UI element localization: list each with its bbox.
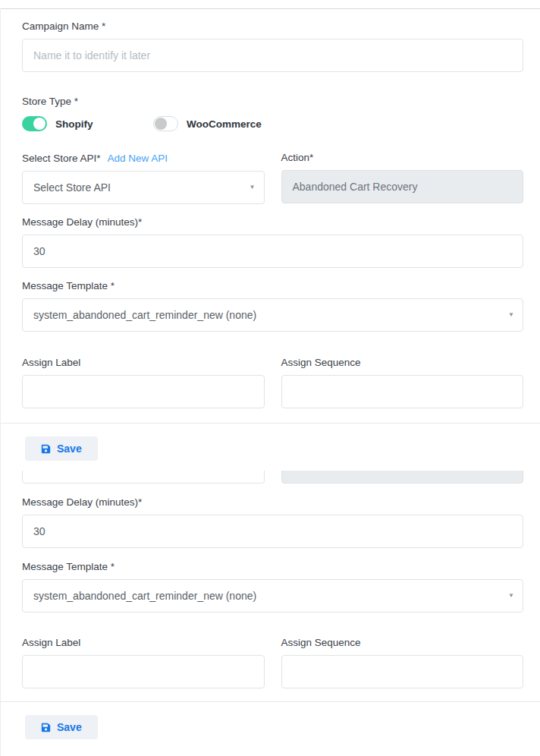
- store-api-label: Select Store API*: [22, 153, 101, 164]
- store-api-select[interactable]: Select Store API ▼: [22, 171, 265, 204]
- campaign-form-card: Campaign Name * Store Type * Shopify Woo…: [0, 8, 540, 756]
- message-delay-group-2: Message Delay (minutes)*: [22, 497, 523, 548]
- assign-sequence-label: Assign Sequence: [281, 358, 524, 368]
- action-disabled-input-2: [281, 471, 524, 484]
- save-icon: [41, 444, 51, 454]
- campaign-form-1: Campaign Name * Store Type * Shopify Woo…: [1, 9, 540, 408]
- store-api-col: Select Store API* Add New API Select Sto…: [22, 153, 265, 204]
- store-api-selected-value: Select Store API: [33, 181, 111, 194]
- assign-row: Assign Label Assign Sequence: [22, 358, 523, 408]
- store-type-label: Store Type *: [22, 96, 523, 107]
- message-delay-input-2[interactable]: [22, 515, 523, 548]
- chevron-down-icon: ▼: [508, 312, 514, 318]
- message-template-select-2[interactable]: system_abandoned_cart_reminder_new (none…: [22, 579, 523, 613]
- assign-row-2: Assign Label Assign Sequence: [22, 638, 523, 688]
- action-label: Action*: [281, 153, 524, 163]
- chevron-down-icon: ▼: [508, 593, 514, 599]
- assign-label-label: Assign Label: [22, 358, 265, 368]
- save-button-label-2: Save: [57, 721, 82, 733]
- message-delay-label: Message Delay (minutes)*: [22, 217, 523, 228]
- message-template-group: Message Template * system_abandoned_cart…: [22, 281, 523, 332]
- save-icon: [41, 723, 51, 732]
- store-type-group: Store Type * Shopify WooCommerce: [22, 96, 523, 131]
- action-disabled-input: Abandoned Cart Recovery: [281, 170, 524, 203]
- chevron-down-icon: ▼: [250, 184, 256, 191]
- assign-label-col: Assign Label: [22, 358, 265, 408]
- message-template-selected-value-2: system_abandoned_cart_reminder_new (none…: [33, 590, 256, 602]
- campaign-name-group: Campaign Name *: [22, 21, 523, 72]
- assign-label-input[interactable]: [22, 375, 265, 408]
- assign-sequence-label-2: Assign Sequence: [281, 638, 524, 648]
- save-button-2[interactable]: Save: [25, 715, 98, 739]
- woocommerce-toggle[interactable]: [153, 116, 178, 131]
- campaign-form-2: Message Delay (minutes)* Message Templat…: [1, 497, 540, 688]
- shopify-toggle-wrap: Shopify: [22, 116, 153, 131]
- assign-sequence-col: Assign Sequence: [281, 358, 524, 408]
- form-1-footer: Save: [1, 423, 540, 461]
- add-new-api-link[interactable]: Add New API: [108, 153, 168, 164]
- message-template-label-2: Message Template *: [22, 562, 523, 572]
- message-template-selected-value: system_abandoned_cart_reminder_new (none…: [33, 309, 256, 321]
- clipped-fields-row: ▼: [22, 471, 523, 484]
- shopify-toggle-label: Shopify: [55, 118, 93, 130]
- assign-label-input-2[interactable]: [22, 655, 265, 688]
- action-col: Action* Abandoned Cart Recovery: [281, 153, 524, 204]
- store-type-toggles: Shopify WooCommerce: [22, 116, 523, 131]
- save-button[interactable]: Save: [25, 436, 98, 461]
- assign-sequence-input-2[interactable]: [281, 655, 524, 688]
- assign-label-label-2: Assign Label: [22, 638, 265, 648]
- message-delay-group: Message Delay (minutes)*: [22, 217, 523, 268]
- assign-sequence-input[interactable]: [281, 375, 524, 408]
- store-api-col-2: ▼: [22, 471, 265, 484]
- woocommerce-toggle-wrap: WooCommerce: [153, 116, 262, 131]
- woocommerce-toggle-label: WooCommerce: [187, 118, 262, 130]
- shopify-toggle-knob: [33, 118, 46, 130]
- message-delay-input[interactable]: [22, 235, 523, 268]
- woocommerce-toggle-knob: [155, 118, 167, 130]
- campaign-name-input[interactable]: [22, 39, 523, 72]
- store-api-select-2[interactable]: ▼: [22, 471, 265, 484]
- message-template-group-2: Message Template * system_abandoned_cart…: [22, 562, 523, 613]
- form-2-footer: Save: [1, 701, 540, 739]
- store-api-label-row: Select Store API* Add New API: [22, 153, 265, 164]
- message-template-label: Message Template *: [22, 281, 523, 291]
- assign-sequence-col-2: Assign Sequence: [281, 638, 524, 688]
- action-value: Abandoned Cart Recovery: [293, 181, 418, 193]
- shopify-toggle[interactable]: [22, 116, 47, 131]
- action-col-2: [281, 471, 524, 484]
- store-api-action-row: Select Store API* Add New API Select Sto…: [22, 153, 523, 204]
- campaign-name-label: Campaign Name *: [22, 21, 523, 32]
- message-delay-label-2: Message Delay (minutes)*: [22, 497, 523, 508]
- message-template-select[interactable]: system_abandoned_cart_reminder_new (none…: [22, 298, 523, 332]
- save-button-label: Save: [57, 443, 82, 455]
- assign-label-col-2: Assign Label: [22, 638, 265, 688]
